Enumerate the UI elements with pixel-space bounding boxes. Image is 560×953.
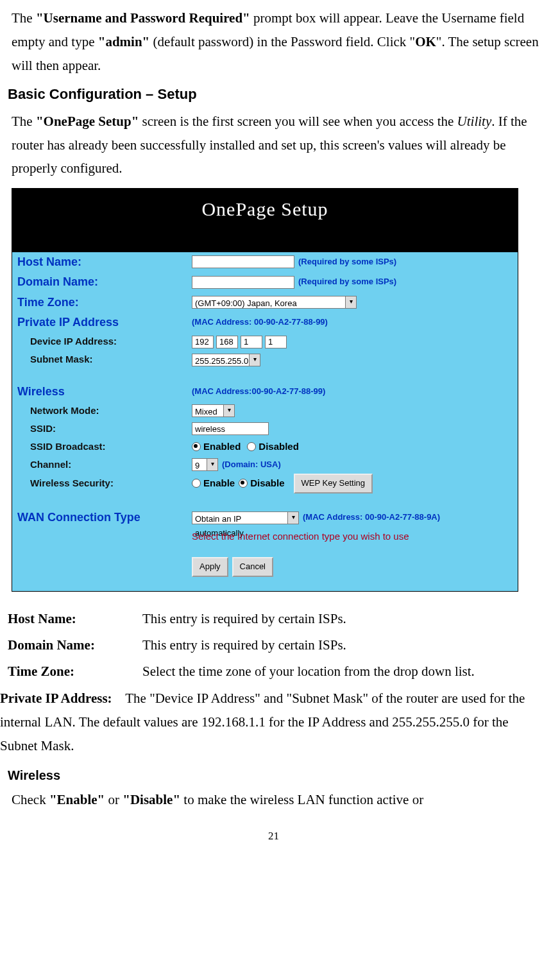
wireless-header: Wireless (17, 382, 192, 402)
hostname-input[interactable] (192, 255, 294, 268)
enabled-label: Enabled (203, 438, 241, 455)
chevron-down-icon[interactable]: ▾ (345, 296, 357, 309)
chevron-down-icon[interactable]: ▾ (249, 354, 260, 366)
private-ip-header: Private IP Address (17, 313, 192, 333)
ip-octet-2[interactable] (216, 336, 238, 348)
onepage-setup-screenshot: OnePage Setup Host Name: (Required by so… (12, 188, 518, 592)
ssid-label: SSID: (17, 420, 192, 437)
device-ip-label: Device IP Address: (17, 333, 192, 350)
domainname-note: (Required by some ISPs) (298, 275, 396, 289)
channel-select[interactable]: 9 (192, 458, 207, 471)
wan-type-select[interactable]: Obtain an IP automatically (192, 511, 288, 524)
mac-wan-note: (MAC Address: 00-90-A2-77-88-9A) (303, 510, 440, 525)
chevron-down-icon[interactable]: ▾ (207, 458, 218, 471)
def-tz-desc: Select the time zone of your location fr… (142, 660, 547, 683)
disabled-label: Disabled (259, 438, 299, 455)
def-tz-term: Time Zone: (8, 660, 142, 683)
def-domain-term: Domain Name: (8, 633, 142, 657)
ip-octet-4[interactable] (265, 336, 287, 348)
wsec-enable-radio[interactable] (192, 479, 201, 488)
mac-wireless-note: (MAC Address:00-90-A2-77-88-99) (192, 384, 325, 399)
ssid-input[interactable] (192, 422, 269, 435)
chevron-down-icon[interactable]: ▾ (287, 511, 299, 524)
section-heading-basic-config: Basic Configuration – Setup (8, 82, 547, 107)
ip-octet-1[interactable] (192, 336, 214, 348)
timezone-label: Time Zone: (17, 293, 192, 313)
ip-octet-3[interactable] (241, 336, 262, 348)
wep-key-setting-button[interactable]: WEP Key Setting (294, 474, 373, 494)
subnet-label: Subnet Mask: (17, 351, 192, 368)
page-number: 21 (0, 827, 547, 846)
domainname-input[interactable] (192, 276, 294, 289)
wireless-subheading: Wireless (8, 764, 547, 787)
wireless-security-label: Wireless Security: (17, 475, 192, 492)
hostname-note: (Required by some ISPs) (298, 255, 396, 270)
def-private-ip: Private IP Address: The "Device IP Addre… (0, 687, 547, 757)
timezone-select[interactable]: (GMT+09:00) Japan, Korea (192, 296, 346, 309)
definitions-block: Host Name: This entry is required by cer… (8, 607, 547, 683)
ssid-broadcast-enabled-radio[interactable] (192, 442, 201, 451)
cancel-button[interactable]: Cancel (232, 557, 273, 577)
ssid-broadcast-label: SSID Broadcast: (17, 438, 192, 455)
enable-label: Enable (203, 475, 235, 492)
channel-label: Channel: (17, 456, 192, 473)
apply-button[interactable]: Apply (192, 557, 228, 577)
netmode-select[interactable]: Mixed (192, 404, 224, 417)
wan-red-instruction: Select the Internet connection type you … (192, 528, 409, 545)
def-hostname-term: Host Name: (8, 607, 142, 631)
screenshot-title: OnePage Setup (12, 189, 518, 252)
wireless-paragraph: Check "Enable" or "Disable" to make the … (12, 788, 547, 812)
disable-label: Disable (250, 475, 284, 492)
intro-paragraph-1: The "Username and Password Required" pro… (12, 6, 547, 77)
chevron-down-icon[interactable]: ▾ (223, 404, 235, 417)
subnet-select[interactable]: 255.255.255.0 (192, 354, 250, 366)
def-hostname-desc: This entry is required by certain ISPs. (142, 607, 547, 631)
netmode-label: Network Mode: (17, 402, 192, 419)
channel-domain-note: (Domain: USA) (222, 458, 281, 472)
domainname-label: Domain Name: (17, 272, 192, 293)
intro-paragraph-2: The "OnePage Setup" screen is the first … (12, 110, 547, 180)
ssid-broadcast-disabled-radio[interactable] (247, 442, 256, 451)
wan-header: WAN Connection Type (17, 508, 192, 528)
def-domain-desc: This entry is required by certain ISPs. (142, 633, 547, 657)
mac-private-note: (MAC Address: 00-90-A2-77-88-99) (192, 315, 328, 330)
hostname-label: Host Name: (17, 252, 192, 273)
wsec-disable-radio[interactable] (239, 479, 248, 488)
